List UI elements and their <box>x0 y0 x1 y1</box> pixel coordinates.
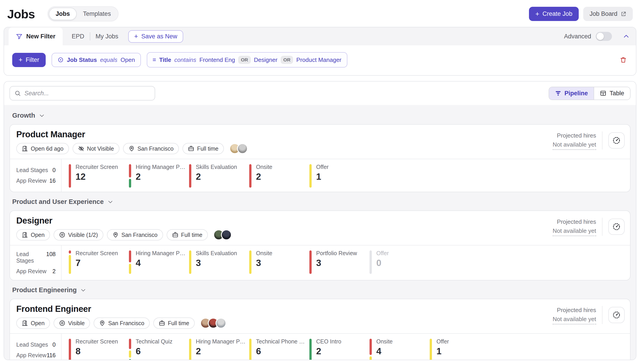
chevron-up-icon[interactable] <box>623 33 629 40</box>
stage-bar-segment <box>69 339 71 360</box>
jobs-page: Jobs JobsTemplates + Create Job Job Boar… <box>0 0 640 364</box>
stage-bar <box>129 164 131 188</box>
pipeline-stage-hiring-manager-ph-[interactable]: Hiring Manager Ph...2 <box>129 163 189 188</box>
job-badge: Visible (1/2) <box>54 229 103 240</box>
stage-bar-segment <box>369 339 372 355</box>
save-as-new-button[interactable]: + Save as New <box>128 30 183 43</box>
filter-tab-epd[interactable]: EPD <box>66 33 90 40</box>
pipeline-stage-offer[interactable]: Offer0 <box>369 250 430 276</box>
search-box <box>10 86 155 100</box>
chip-value: Product Manager <box>296 56 341 64</box>
filter-chip-job-status[interactable]: Job StatusequalsOpen <box>52 53 141 67</box>
stage-label: Offer <box>316 164 329 170</box>
pipeline-stage-skills-evaluation[interactable]: Skills Evaluation3 <box>189 250 249 276</box>
filter-tabs-strip: New Filter EPD My Jobs + Save as New Adv… <box>4 27 636 46</box>
projected-hires-value: Not available yet <box>553 140 596 150</box>
pipeline-stage-recruiter-screen[interactable]: Recruiter Screen8 <box>69 338 129 360</box>
stage-label: Recruiter Screen <box>76 338 118 345</box>
job-board-button[interactable]: Job Board <box>583 7 633 21</box>
stage-bar <box>69 250 71 274</box>
delete-filter-button[interactable] <box>620 56 627 64</box>
pipeline-stage-ceo-intro[interactable]: CEO Intro2 <box>309 338 369 360</box>
pipeline-stage-skills-evaluation[interactable]: Skills Evaluation2 <box>189 163 249 188</box>
chevron-down-icon <box>80 287 86 293</box>
job-title[interactable]: Product Manager <box>16 130 553 139</box>
stage-label: Hiring Manager Ph... <box>136 250 186 256</box>
pipeline-stage-technical-phone-s-[interactable]: Technical Phone S...6 <box>249 338 309 360</box>
add-filter-button[interactable]: + Filter <box>12 53 46 67</box>
job-metrics-button[interactable] <box>608 307 625 323</box>
toggle-option-jobs[interactable]: Jobs <box>49 8 77 20</box>
stage-label: Onsite <box>256 164 272 170</box>
stage-bar <box>249 339 252 360</box>
funnel-icon <box>555 90 561 96</box>
pipeline-stage-recruiter-screen[interactable]: Recruiter Screen7 <box>69 250 129 276</box>
toggle-option-templates[interactable]: Templates <box>77 8 117 20</box>
stage-count: 2 <box>196 172 237 182</box>
job-card-frontend-engineer: Frontend EngineerOpenVisibleSan Francisc… <box>10 299 630 360</box>
lead-stat-row: Lead Stages0 <box>16 167 56 174</box>
stage-bar-segment <box>129 350 131 358</box>
pipeline-stage-onsite[interactable]: Onsite3 <box>249 250 309 276</box>
group-header-product-engineering[interactable]: Product Engineering <box>12 286 630 294</box>
stage-count: 3 <box>256 258 272 268</box>
job-metrics-button[interactable] <box>608 132 625 148</box>
job-metrics-button[interactable] <box>608 218 625 235</box>
job-card-header: DesignerOpenVisible (1/2)San FranciscoFu… <box>10 211 630 245</box>
view-mode-table[interactable]: Table <box>594 87 630 100</box>
search-input[interactable] <box>25 90 150 97</box>
job-badge: San Francisco <box>107 229 163 240</box>
lead-stat-label: App Review <box>16 352 46 358</box>
badge-label: Full time <box>197 146 218 152</box>
stage-bar-segment <box>189 250 191 274</box>
pipeline-stage-offer[interactable]: Offer1 <box>430 338 490 360</box>
filter-tab-new-filter[interactable]: New Filter <box>9 27 63 46</box>
filter-chip-title[interactable]: =TitlecontainsFrontend EngORDesignerORPr… <box>147 52 347 68</box>
chip-field: Title <box>159 56 171 64</box>
lead-stat-value: 0 <box>53 167 56 174</box>
stage-label: Technical Phone S... <box>256 338 307 345</box>
stage-count: 2 <box>136 172 186 182</box>
job-badge: Visible <box>54 318 90 329</box>
projected-hires: Projected hiresNot available yet <box>553 217 596 236</box>
job-badge: Full time <box>153 318 194 329</box>
lead-stat-label: Lead Stages <box>16 167 48 174</box>
stage-bar-segment <box>69 164 71 188</box>
stage-bar <box>430 339 432 360</box>
pipeline-stage-onsite[interactable]: Onsite4 <box>369 338 430 360</box>
pipeline-stage-onsite[interactable]: Onsite2 <box>249 163 309 188</box>
eye-icon <box>59 320 65 326</box>
pipeline-stage-technical-quiz[interactable]: Technical Quiz6 <box>129 338 189 360</box>
group-name: Product Engineering <box>12 286 77 294</box>
filter-tab-my-jobs[interactable]: My Jobs <box>90 33 124 40</box>
view-mode-pipeline[interactable]: Pipeline <box>549 87 594 100</box>
job-title[interactable]: Frontend Engineer <box>16 304 553 314</box>
pipeline-board: GrowthProduct ManagerOpen 6d agoNot Visi… <box>4 105 636 360</box>
advanced-toggle[interactable] <box>596 32 612 41</box>
pipeline-stage-recruiter-screen[interactable]: Recruiter Screen12 <box>69 163 129 188</box>
create-job-button[interactable]: + Create Job <box>529 7 579 21</box>
stage-label: Hiring Manager Ph... <box>136 164 186 170</box>
stage-label: Onsite <box>376 338 393 345</box>
hiring-team-avatars <box>229 143 248 154</box>
badge-label: San Francisco <box>121 232 158 238</box>
stage-bar-segment <box>129 339 131 349</box>
pipeline-stage-offer[interactable]: Offer1 <box>309 163 369 188</box>
stage-bar <box>309 164 312 188</box>
job-badge: Not Visible <box>73 143 119 154</box>
stage-count: 1 <box>316 172 329 182</box>
divider <box>602 306 602 324</box>
pipeline-stage-hiring-manager-ph-[interactable]: Hiring Manager Ph...4 <box>129 250 189 276</box>
stage-bar <box>369 339 372 360</box>
page-header: Jobs JobsTemplates + Create Job Job Boar… <box>0 0 640 26</box>
lead-stat-row: Lead Stages108 <box>16 251 56 264</box>
hiring-team-avatars <box>200 318 226 328</box>
group-name: Growth <box>12 112 35 119</box>
group-header-growth[interactable]: Growth <box>12 112 630 119</box>
stage-label: Hiring Manager Ph... <box>196 338 247 345</box>
pipeline-stage-portfolio-review[interactable]: Portfolio Review3 <box>309 250 369 276</box>
funnel-icon <box>16 33 23 40</box>
pipeline-stage-hiring-manager-ph-[interactable]: Hiring Manager Ph...2 <box>189 338 249 360</box>
job-title[interactable]: Designer <box>16 216 553 226</box>
group-header-product-and-user-experience[interactable]: Product and User Experience <box>12 198 630 206</box>
